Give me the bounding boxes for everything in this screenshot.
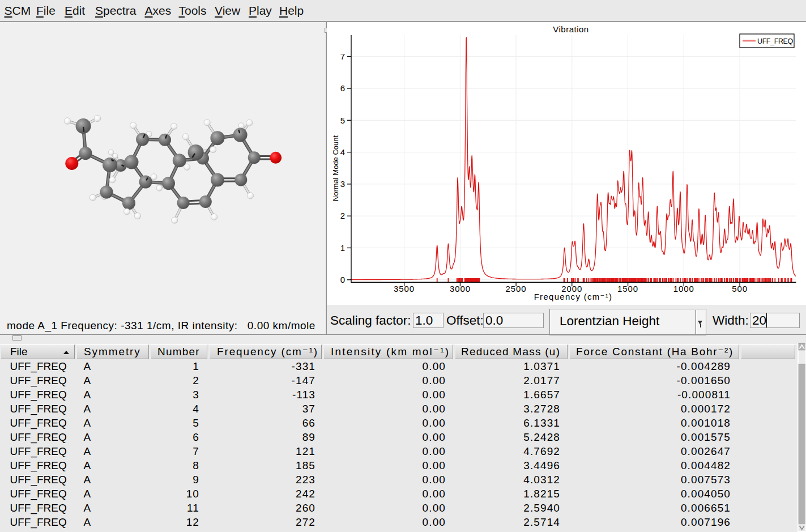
svg-text:1: 1: [340, 243, 345, 253]
svg-text:500: 500: [732, 284, 748, 293]
svg-text:Frequency (cm⁻¹): Frequency (cm⁻¹): [534, 292, 613, 301]
svg-text:Normal Mode Count: Normal Mode Count: [331, 135, 340, 201]
svg-text:3000: 3000: [450, 284, 471, 293]
svg-text:2: 2: [340, 211, 345, 220]
svg-text:5: 5: [340, 116, 345, 125]
svg-text:7: 7: [340, 52, 345, 61]
svg-text:4: 4: [340, 147, 345, 157]
svg-text:3: 3: [340, 179, 345, 189]
svg-text:Vibration: Vibration: [553, 24, 588, 34]
svg-text:3500: 3500: [394, 284, 415, 293]
svg-text:2500: 2500: [506, 284, 527, 293]
svg-text:1500: 1500: [617, 284, 638, 293]
svg-text:UFF_FREQ: UFF_FREQ: [757, 37, 793, 45]
svg-text:0: 0: [340, 275, 345, 284]
svg-text:1000: 1000: [673, 284, 694, 293]
svg-text:6: 6: [340, 83, 345, 93]
